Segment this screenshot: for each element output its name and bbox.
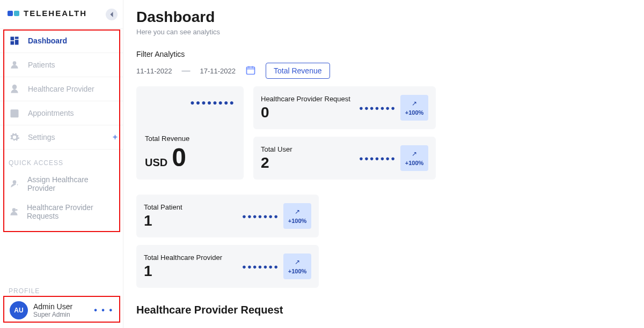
sidebar-item-appointments[interactable]: Appointments (0, 101, 123, 125)
chevron-left-icon (106, 9, 117, 20)
total-revenue-button[interactable]: Total Revenue (266, 63, 330, 79)
stat-label: Total User (261, 145, 292, 153)
trend-pct: +100% (288, 218, 307, 224)
collapse-sidebar-button[interactable] (106, 9, 118, 20)
sidebar-item-label: Healthcare Provider (28, 85, 94, 93)
revenue-label: Total Revenue (145, 135, 235, 143)
page-title: Dashboard (136, 9, 631, 26)
page-subtitle: Here you can see analytics (136, 28, 631, 36)
hpr-card: Healthcare Provider Request 0 ●●●●●●● ↗ … (253, 86, 436, 129)
brand-title: TELEHEALTH (24, 9, 87, 18)
sparkline-icon: ●●●●●●● (359, 154, 396, 162)
sparkline-icon: ●●●●●●● (242, 263, 279, 271)
assign-icon (9, 178, 20, 189)
revenue-currency: USD (145, 156, 167, 169)
section-healthcare-provider-request-title: Healthcare Provider Request (136, 304, 631, 316)
trend-pct: +100% (405, 160, 424, 166)
quick-item-label: Healthcare Provider Requests (27, 203, 114, 220)
sidebar-item-label: Settings (28, 133, 55, 141)
plus-icon[interactable]: + (113, 132, 118, 142)
sidebar-item-label: Dashboard (28, 36, 67, 45)
sidebar-item-label: Appointments (28, 109, 74, 117)
stat-label: Total Patient (144, 203, 182, 211)
sidebar-item-patients[interactable]: Patients (0, 53, 123, 77)
date-to[interactable]: 17-11-2022 (200, 67, 236, 75)
sparkline-icon: ●●●●●●●● (190, 98, 235, 107)
trend-pct: +100% (288, 268, 307, 274)
stat-label: Healthcare Provider Request (261, 95, 350, 103)
date-range-dash: — (182, 66, 191, 76)
sidebar-item-dashboard[interactable]: Dashboard (0, 28, 123, 53)
trend-up-icon: ↗ (295, 208, 300, 215)
doctor-icon (9, 84, 20, 94)
revenue-value: 0 (172, 145, 186, 170)
sidebar: TELEHEALTH Dashboard Patients (0, 0, 123, 328)
profile-info: Admin User Super Admin (33, 302, 72, 318)
sparkline-icon: ●●●●●●● (359, 104, 396, 112)
svg-rect-0 (247, 67, 255, 74)
stat-value: 0 (261, 104, 350, 121)
requests-icon (9, 206, 19, 217)
brand-header: TELEHEALTH (0, 0, 123, 25)
total-user-card: Total User 2 ●●●●●●● ↗ +100% (253, 137, 436, 180)
filter-label: Filter Analytics (136, 50, 631, 58)
stat-value: 2 (261, 154, 292, 172)
trend-up-icon: ↗ (295, 258, 300, 266)
sidebar-item-healthcare-provider[interactable]: Healthcare Provider (0, 77, 123, 101)
quick-item-label: Assign Healthcare Provider (27, 175, 114, 192)
date-from[interactable]: 11-11-2022 (136, 67, 172, 75)
profile-more-button[interactable]: • • • (94, 305, 113, 315)
calendar-icon (9, 108, 20, 118)
trend-badge: ↗ +100% (400, 145, 428, 171)
sidebar-item-settings[interactable]: Settings + (0, 125, 123, 150)
trend-badge: ↗ +100% (400, 95, 428, 121)
gear-icon (9, 132, 20, 143)
total-patient-card: Total Patient 1 ●●●●●●● ↗ +100% (136, 195, 319, 237)
stat-value: 1 (144, 263, 222, 280)
trend-badge: ↗ +100% (283, 203, 311, 229)
calendar-picker-icon[interactable] (245, 65, 256, 77)
quick-assign-healthcare-provider[interactable]: Assign Healthcare Provider (0, 170, 123, 198)
avatar: AU (10, 301, 28, 319)
trend-up-icon: ↗ (412, 150, 417, 158)
trend-pct: +100% (405, 109, 424, 116)
profile-card[interactable]: AU Admin User Super Admin • • • (6, 298, 116, 323)
trend-up-icon: ↗ (412, 100, 417, 107)
sidebar-item-label: Patients (28, 61, 55, 69)
brand-logo-icon (8, 11, 19, 16)
total-revenue-card: ●●●●●●●● Total Revenue USD 0 (136, 86, 244, 180)
trend-badge: ↗ +100% (283, 254, 311, 279)
total-healthcare-provider-card: Total Healthcare Provider 1 ●●●●●●● ↗ +1… (136, 245, 319, 288)
profile-section: PROFILE AU Admin User Super Admin • • • (0, 287, 123, 323)
patients-icon (9, 59, 20, 70)
profile-section-label: PROFILE (6, 287, 116, 298)
quick-access-label: QUICK ACCESS (0, 150, 123, 170)
profile-role: Super Admin (33, 311, 72, 318)
stat-label: Total Healthcare Provider (144, 254, 222, 262)
sparkline-icon: ●●●●●●● (242, 212, 279, 220)
main-content: Dashboard Here you can see analytics Fil… (123, 0, 644, 328)
quick-healthcare-provider-requests[interactable]: Healthcare Provider Requests (0, 198, 123, 226)
grid-icon (9, 35, 20, 46)
filter-analytics: Filter Analytics 11-11-2022 — 17-11-2022… (136, 50, 631, 79)
profile-name: Admin User (33, 302, 72, 311)
stat-value: 1 (144, 212, 182, 229)
nav-main: Dashboard Patients Healthcare Provider A… (0, 28, 123, 150)
